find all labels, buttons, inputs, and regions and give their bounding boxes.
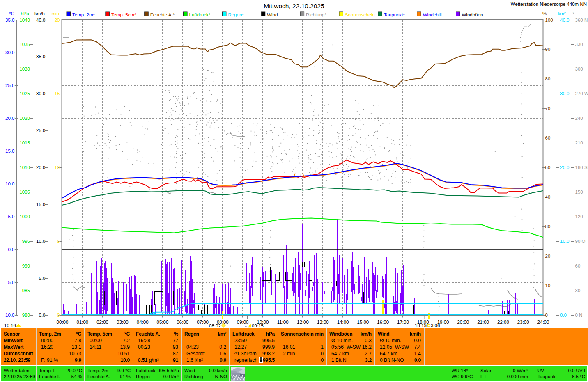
svg-text:20.0: 20.0: [36, 165, 45, 170]
svg-text:10.0: 10.0: [36, 239, 45, 244]
svg-text:°C: °C: [9, 11, 14, 16]
svg-text:km/h: km/h: [34, 11, 45, 16]
svg-text:17:00: 17:00: [397, 320, 409, 325]
svg-text:980: 980: [22, 313, 30, 318]
svg-text:00:00: 00:00: [57, 320, 69, 325]
svg-text:60: 60: [545, 135, 551, 140]
svg-text:04:00: 04:00: [137, 320, 149, 325]
svg-text:240: 240: [575, 116, 583, 121]
svg-text:270 W: 270 W: [575, 91, 588, 96]
svg-text:21:00: 21:00: [477, 320, 489, 325]
svg-text:10:16: 10:16: [4, 323, 16, 328]
svg-text:0.0: 0.0: [560, 313, 567, 318]
svg-text:1030: 1030: [19, 66, 30, 71]
svg-text:1015: 1015: [19, 140, 30, 145]
svg-text:01:00: 01:00: [76, 320, 88, 325]
svg-text:10.0: 10.0: [5, 181, 14, 186]
svg-text:08:02: 08:02: [209, 323, 221, 328]
svg-text:30: 30: [545, 224, 551, 229]
svg-text:min: min: [51, 11, 59, 16]
svg-text:09:15: 09:15: [252, 323, 264, 328]
svg-text:150: 150: [575, 190, 583, 194]
svg-text:Wind: Wind: [267, 12, 278, 17]
svg-text:1020: 1020: [19, 116, 30, 121]
svg-text:0 N: 0 N: [575, 313, 583, 318]
svg-text:0.0: 0.0: [39, 313, 46, 318]
svg-text:15.0: 15.0: [36, 202, 45, 207]
svg-text:20:00: 20:00: [457, 320, 469, 325]
svg-text:Sonnenschein: Sonnenschein: [345, 12, 375, 17]
svg-text:1025: 1025: [19, 91, 30, 96]
svg-text:35.0: 35.0: [36, 54, 45, 59]
svg-text:Temp. 5cm*: Temp. 5cm*: [111, 12, 136, 17]
svg-text:14:00: 14:00: [337, 320, 349, 325]
svg-text:60: 60: [575, 263, 581, 268]
svg-text:Windchill: Windchill: [423, 12, 442, 17]
svg-text:5.0: 5.0: [39, 276, 46, 281]
svg-text:0: 0: [57, 313, 60, 318]
svg-text:10: 10: [545, 283, 551, 288]
svg-text:Richtung*: Richtung*: [306, 12, 326, 17]
svg-text:3:06: 3:06: [431, 323, 440, 328]
svg-text:Luftdruck*: Luftdruck*: [189, 12, 211, 17]
svg-text:990: 990: [22, 263, 30, 268]
svg-text:24:00: 24:00: [537, 320, 549, 325]
svg-text:15.0: 15.0: [5, 149, 14, 153]
svg-text:50: 50: [545, 165, 551, 170]
svg-text:20.0: 20.0: [5, 116, 14, 121]
svg-text:20: 20: [55, 18, 60, 23]
svg-text:90: 90: [545, 47, 551, 52]
svg-text:02:00: 02:00: [96, 320, 108, 325]
svg-text:13:00: 13:00: [317, 320, 329, 325]
svg-text:03:00: 03:00: [117, 320, 129, 325]
svg-text:-10.0: -10.0: [4, 313, 14, 318]
svg-text:l/m²: l/m²: [558, 11, 566, 16]
svg-text:Wetterstation Niedersorpe 440m: Wetterstation Niedersorpe 440m NN: [511, 2, 587, 7]
svg-text:90 O: 90 O: [575, 239, 586, 244]
svg-text:30.0: 30.0: [36, 91, 45, 96]
svg-text:80: 80: [545, 76, 551, 81]
svg-text:06:00: 06:00: [177, 320, 188, 325]
svg-text:18:19: 18:19: [415, 323, 427, 328]
svg-text:°: °: [573, 11, 575, 16]
svg-text:%: %: [542, 11, 547, 16]
svg-text:1040: 1040: [19, 18, 30, 23]
svg-text:25.0: 25.0: [36, 128, 45, 133]
svg-text:985: 985: [22, 288, 30, 293]
svg-text:10.0: 10.0: [560, 239, 569, 244]
svg-text:15: 15: [55, 91, 60, 96]
svg-text:30: 30: [575, 288, 581, 293]
svg-text:Taupunkt*: Taupunkt*: [384, 12, 405, 17]
svg-text:1005: 1005: [19, 190, 30, 194]
svg-text:330: 330: [575, 42, 583, 47]
svg-text:hPa: hPa: [21, 11, 30, 16]
svg-text:25.0: 25.0: [5, 83, 14, 88]
svg-text:Mittwoch, 22.10.2025: Mittwoch, 22.10.2025: [264, 2, 324, 9]
svg-text:1010: 1010: [19, 165, 30, 170]
svg-text:20.0: 20.0: [560, 165, 569, 170]
svg-text:11:00: 11:00: [277, 320, 289, 325]
svg-text:05:00: 05:00: [157, 320, 169, 325]
svg-text:40.0: 40.0: [36, 18, 45, 23]
svg-text:5.0: 5.0: [8, 214, 15, 219]
svg-text:0.0: 0.0: [8, 247, 15, 252]
svg-text:0: 0: [545, 313, 548, 318]
svg-text:Windböen: Windböen: [462, 12, 483, 17]
svg-text:210: 210: [575, 140, 583, 145]
svg-text:16:00: 16:00: [377, 320, 389, 325]
svg-text:15:00: 15:00: [357, 320, 369, 325]
svg-text:5: 5: [57, 239, 60, 244]
svg-text:07:00: 07:00: [197, 320, 209, 325]
svg-text:Regen*: Regen*: [228, 12, 244, 17]
svg-text:20: 20: [545, 254, 551, 258]
svg-text:995: 995: [22, 239, 30, 244]
svg-text:100: 100: [545, 18, 553, 23]
svg-text:1035: 1035: [19, 42, 30, 47]
svg-text:Temp. 2m*: Temp. 2m*: [72, 12, 95, 17]
svg-text:10: 10: [55, 165, 60, 170]
svg-text:40.0: 40.0: [560, 18, 569, 23]
svg-text:22:00: 22:00: [497, 320, 509, 325]
svg-text:360 N: 360 N: [575, 18, 588, 23]
svg-text:35.0: 35.0: [5, 18, 14, 23]
svg-text:70: 70: [545, 106, 551, 111]
